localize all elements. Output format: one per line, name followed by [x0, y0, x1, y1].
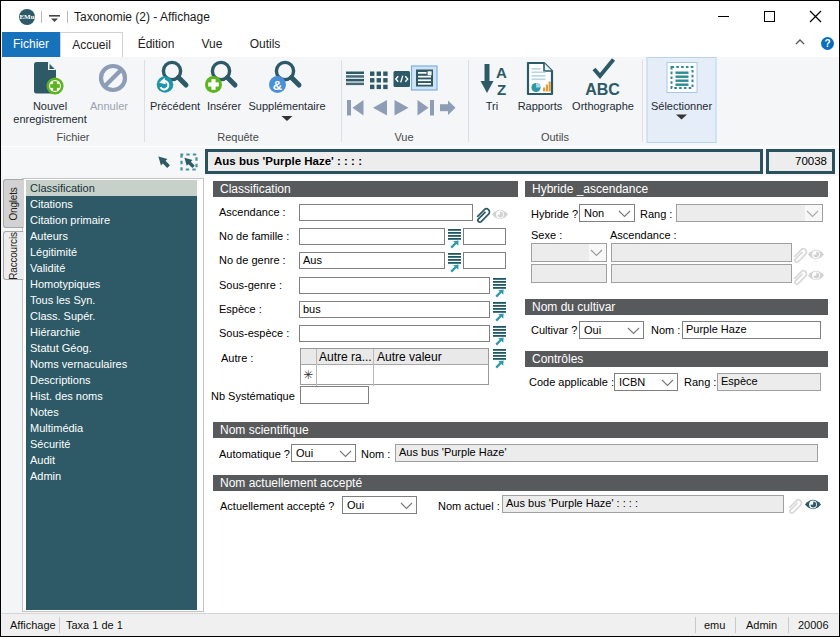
svg-text:ABC: ABC [585, 81, 620, 98]
svg-text:A: A [496, 64, 507, 81]
svg-text:Z: Z [497, 81, 506, 98]
svg-text:&: & [273, 78, 282, 93]
